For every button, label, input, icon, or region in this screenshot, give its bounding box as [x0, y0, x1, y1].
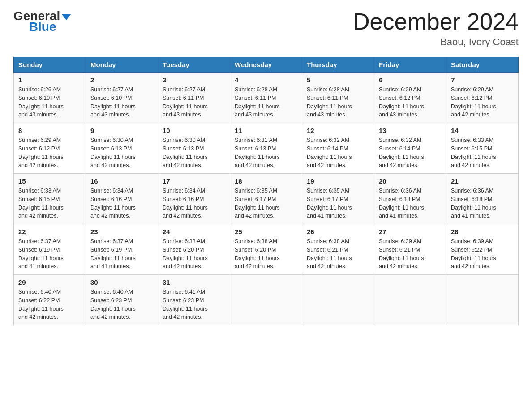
calendar-cell: 26 Sunrise: 6:38 AMSunset: 6:21 PMDaylig… — [302, 224, 374, 275]
day-number: 11 — [235, 127, 297, 134]
column-header-thursday: Thursday — [302, 57, 374, 73]
column-header-wednesday: Wednesday — [230, 57, 302, 73]
day-info: Sunrise: 6:36 AMSunset: 6:18 PMDaylight:… — [451, 188, 496, 219]
calendar-cell: 18 Sunrise: 6:35 AMSunset: 6:17 PMDaylig… — [230, 174, 302, 224]
day-number: 6 — [379, 76, 442, 84]
calendar-cell: 5 Sunrise: 6:28 AMSunset: 6:11 PMDayligh… — [302, 73, 374, 123]
day-number: 12 — [307, 127, 369, 134]
day-number: 23 — [90, 228, 153, 235]
day-number: 29 — [18, 278, 81, 286]
column-header-sunday: Sunday — [14, 57, 86, 73]
day-info: Sunrise: 6:37 AMSunset: 6:19 PMDaylight:… — [18, 238, 64, 270]
calendar-cell: 4 Sunrise: 6:28 AMSunset: 6:11 PMDayligh… — [230, 73, 302, 123]
day-info: Sunrise: 6:41 AMSunset: 6:23 PMDaylight:… — [163, 289, 208, 320]
day-number: 27 — [379, 228, 442, 235]
column-header-saturday: Saturday — [446, 57, 519, 73]
calendar-cell: 2 Sunrise: 6:27 AMSunset: 6:10 PMDayligh… — [86, 73, 158, 123]
calendar-cell: 3 Sunrise: 6:27 AMSunset: 6:11 PMDayligh… — [158, 73, 230, 123]
calendar-cell: 11 Sunrise: 6:31 AMSunset: 6:13 PMDaylig… — [230, 123, 302, 174]
calendar-cell: 1 Sunrise: 6:26 AMSunset: 6:10 PMDayligh… — [14, 73, 86, 123]
day-info: Sunrise: 6:28 AMSunset: 6:11 PMDaylight:… — [307, 86, 352, 118]
calendar-cell: 12 Sunrise: 6:32 AMSunset: 6:14 PMDaylig… — [302, 123, 374, 174]
day-info: Sunrise: 6:39 AMSunset: 6:22 PMDaylight:… — [451, 238, 496, 270]
month-title: December 2024 — [353, 9, 519, 34]
day-number: 16 — [90, 177, 153, 185]
day-number: 9 — [90, 127, 153, 134]
day-info: Sunrise: 6:32 AMSunset: 6:14 PMDaylight:… — [379, 137, 424, 168]
calendar-cell: 25 Sunrise: 6:38 AMSunset: 6:20 PMDaylig… — [230, 224, 302, 275]
day-info: Sunrise: 6:30 AMSunset: 6:13 PMDaylight:… — [90, 137, 136, 168]
day-info: Sunrise: 6:31 AMSunset: 6:13 PMDaylight:… — [235, 137, 280, 168]
day-number: 25 — [235, 228, 297, 235]
day-number: 21 — [451, 177, 514, 185]
calendar-cell: 9 Sunrise: 6:30 AMSunset: 6:13 PMDayligh… — [86, 123, 158, 174]
day-info: Sunrise: 6:30 AMSunset: 6:13 PMDaylight:… — [163, 137, 208, 168]
day-info: Sunrise: 6:27 AMSunset: 6:11 PMDaylight:… — [163, 86, 208, 118]
title-area: December 2024 Baou, Ivory Coast — [353, 9, 519, 48]
logo: General Blue — [13, 9, 71, 34]
day-info: Sunrise: 6:38 AMSunset: 6:20 PMDaylight:… — [163, 238, 208, 270]
day-info: Sunrise: 6:37 AMSunset: 6:19 PMDaylight:… — [90, 238, 136, 270]
day-info: Sunrise: 6:29 AMSunset: 6:12 PMDaylight:… — [18, 137, 64, 168]
page-header: General Blue December 2024 Baou, Ivory C… — [13, 9, 519, 48]
day-number: 20 — [379, 177, 442, 185]
day-number: 24 — [163, 228, 225, 235]
day-number: 1 — [18, 76, 81, 84]
calendar-cell: 15 Sunrise: 6:33 AMSunset: 6:15 PMDaylig… — [14, 174, 86, 224]
day-number: 10 — [163, 127, 225, 134]
calendar-cell: 6 Sunrise: 6:29 AMSunset: 6:12 PMDayligh… — [374, 73, 446, 123]
day-number: 8 — [18, 127, 81, 134]
calendar-cell: 14 Sunrise: 6:33 AMSunset: 6:15 PMDaylig… — [446, 123, 519, 174]
day-number: 3 — [163, 76, 225, 84]
column-header-monday: Monday — [86, 57, 158, 73]
calendar-cell: 7 Sunrise: 6:29 AMSunset: 6:12 PMDayligh… — [446, 73, 519, 123]
calendar-header-row: SundayMondayTuesdayWednesdayThursdayFrid… — [14, 57, 519, 73]
calendar-cell: 8 Sunrise: 6:29 AMSunset: 6:12 PMDayligh… — [14, 123, 86, 174]
day-number: 19 — [307, 177, 369, 185]
day-number: 22 — [18, 228, 81, 235]
column-header-tuesday: Tuesday — [158, 57, 230, 73]
calendar-cell — [446, 275, 519, 325]
calendar-cell: 16 Sunrise: 6:34 AMSunset: 6:16 PMDaylig… — [86, 174, 158, 224]
day-number: 31 — [163, 278, 225, 286]
day-info: Sunrise: 6:39 AMSunset: 6:21 PMDaylight:… — [379, 238, 424, 270]
calendar-cell: 27 Sunrise: 6:39 AMSunset: 6:21 PMDaylig… — [374, 224, 446, 275]
day-number: 15 — [18, 177, 81, 185]
day-number: 14 — [451, 127, 514, 134]
day-info: Sunrise: 6:26 AMSunset: 6:10 PMDaylight:… — [18, 86, 64, 118]
logo-blue-text: Blue — [29, 20, 56, 34]
calendar-cell: 31 Sunrise: 6:41 AMSunset: 6:23 PMDaylig… — [158, 275, 230, 325]
day-info: Sunrise: 6:40 AMSunset: 6:22 PMDaylight:… — [18, 289, 64, 320]
calendar-week-row: 29 Sunrise: 6:40 AMSunset: 6:22 PMDaylig… — [14, 275, 519, 325]
day-info: Sunrise: 6:40 AMSunset: 6:23 PMDaylight:… — [90, 289, 136, 320]
day-info: Sunrise: 6:32 AMSunset: 6:14 PMDaylight:… — [307, 137, 352, 168]
calendar-cell: 19 Sunrise: 6:35 AMSunset: 6:17 PMDaylig… — [302, 174, 374, 224]
day-number: 7 — [451, 76, 514, 84]
location-subtitle: Baou, Ivory Coast — [353, 36, 519, 48]
day-number: 18 — [235, 177, 297, 185]
calendar-cell: 24 Sunrise: 6:38 AMSunset: 6:20 PMDaylig… — [158, 224, 230, 275]
day-info: Sunrise: 6:35 AMSunset: 6:17 PMDaylight:… — [307, 188, 352, 219]
day-number: 2 — [90, 76, 153, 84]
calendar-cell: 17 Sunrise: 6:34 AMSunset: 6:16 PMDaylig… — [158, 174, 230, 224]
calendar-cell — [302, 275, 374, 325]
day-number: 13 — [379, 127, 442, 134]
logo-icon: General Blue — [13, 9, 71, 34]
calendar-cell: 30 Sunrise: 6:40 AMSunset: 6:23 PMDaylig… — [86, 275, 158, 325]
day-info: Sunrise: 6:38 AMSunset: 6:20 PMDaylight:… — [235, 238, 280, 270]
day-number: 28 — [451, 228, 514, 235]
calendar-cell — [230, 275, 302, 325]
calendar-table: SundayMondayTuesdayWednesdayThursdayFrid… — [13, 57, 519, 325]
day-info: Sunrise: 6:38 AMSunset: 6:21 PMDaylight:… — [307, 238, 352, 270]
day-info: Sunrise: 6:35 AMSunset: 6:17 PMDaylight:… — [235, 188, 280, 219]
day-info: Sunrise: 6:33 AMSunset: 6:15 PMDaylight:… — [18, 188, 64, 219]
day-info: Sunrise: 6:27 AMSunset: 6:10 PMDaylight:… — [90, 86, 136, 118]
calendar-week-row: 15 Sunrise: 6:33 AMSunset: 6:15 PMDaylig… — [14, 174, 519, 224]
calendar-cell: 23 Sunrise: 6:37 AMSunset: 6:19 PMDaylig… — [86, 224, 158, 275]
day-number: 5 — [307, 76, 369, 84]
day-number: 30 — [90, 278, 153, 286]
day-info: Sunrise: 6:29 AMSunset: 6:12 PMDaylight:… — [379, 86, 424, 118]
day-info: Sunrise: 6:36 AMSunset: 6:18 PMDaylight:… — [379, 188, 424, 219]
calendar-cell — [374, 275, 446, 325]
column-header-friday: Friday — [374, 57, 446, 73]
